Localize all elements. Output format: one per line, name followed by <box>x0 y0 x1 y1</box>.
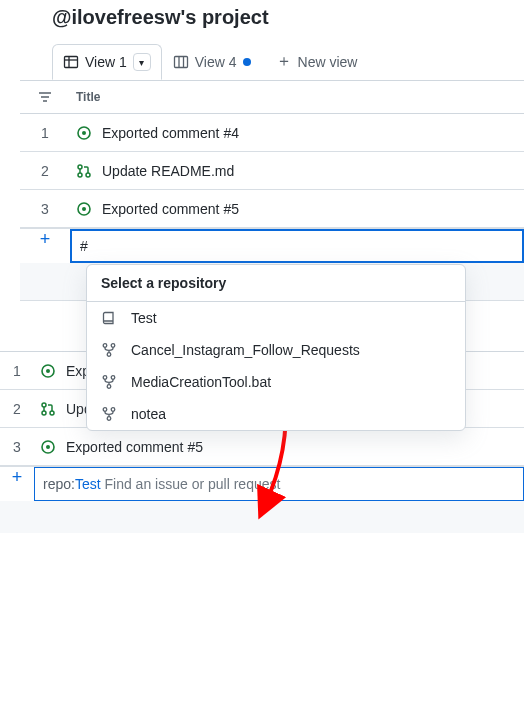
tab-view-4[interactable]: View 4 <box>162 45 262 79</box>
board-icon <box>173 54 189 70</box>
svg-point-22 <box>103 408 107 412</box>
svg-rect-3 <box>174 56 187 67</box>
new-view-label: New view <box>298 54 358 70</box>
svg-point-28 <box>42 411 46 415</box>
view-tabs: View 1 ▾ View 4 ＋ New view <box>20 43 524 81</box>
tab-view-1[interactable]: View 1 ▾ <box>52 44 162 80</box>
svg-point-26 <box>46 369 50 373</box>
unsaved-dot-icon <box>243 58 251 66</box>
table-row[interactable]: 2 Update README.md <box>20 152 524 190</box>
empty-row <box>0 501 524 533</box>
filter-chip: repo:Test <box>43 476 101 492</box>
row-number: 2 <box>20 163 70 179</box>
svg-point-24 <box>107 417 111 421</box>
svg-point-11 <box>78 165 82 169</box>
tab-label: View 1 <box>85 54 127 70</box>
repo-icon <box>101 310 117 326</box>
pull-request-icon <box>76 163 92 179</box>
row-number: 1 <box>20 125 70 141</box>
row-title: Update README.md <box>102 163 234 179</box>
issue-open-icon <box>40 439 56 455</box>
svg-point-15 <box>82 207 86 211</box>
row-number: 3 <box>0 439 34 455</box>
svg-point-16 <box>103 344 107 348</box>
svg-point-13 <box>86 173 90 177</box>
column-title[interactable]: Title <box>70 82 524 112</box>
dropdown-header: Select a repository <box>87 265 465 302</box>
svg-point-27 <box>42 403 46 407</box>
svg-point-21 <box>107 385 111 389</box>
row-number: 1 <box>0 363 34 379</box>
plus-icon: ＋ <box>276 51 292 72</box>
project-title: @ilovefreesw's project <box>20 0 524 43</box>
svg-rect-0 <box>65 57 78 68</box>
fork-icon <box>101 406 117 422</box>
repo-option[interactable]: Test <box>87 302 465 334</box>
tab-menu-button[interactable]: ▾ <box>133 53 151 71</box>
fork-icon <box>101 374 117 390</box>
repo-label: Cancel_Instagram_Follow_Requests <box>131 342 360 358</box>
svg-point-19 <box>103 376 107 380</box>
add-item-button[interactable]: + <box>20 229 70 263</box>
pull-request-icon <box>40 401 56 417</box>
issue-open-icon <box>76 201 92 217</box>
filter-button[interactable] <box>20 81 70 113</box>
repo-option[interactable]: Cancel_Instagram_Follow_Requests <box>87 334 465 366</box>
svg-point-12 <box>78 173 82 177</box>
filter-icon <box>37 89 53 105</box>
row-title: Exported comment #4 <box>102 125 239 141</box>
svg-point-18 <box>107 353 111 357</box>
fork-icon <box>101 342 117 358</box>
add-item-input[interactable]: repo:Test Find an issue or pull request <box>34 467 524 501</box>
repo-dropdown: Select a repository Test Cancel_Instagra… <box>86 264 466 431</box>
issue-open-icon <box>40 363 56 379</box>
issue-open-icon <box>76 125 92 141</box>
svg-point-29 <box>50 411 54 415</box>
repo-label: Test <box>131 310 157 326</box>
repo-option[interactable]: MediaCreationTool.bat <box>87 366 465 398</box>
repo-label: notea <box>131 406 166 422</box>
table-row[interactable]: 3 Exported comment #5 <box>0 428 524 466</box>
row-title: Exported comment #5 <box>102 201 239 217</box>
svg-point-10 <box>82 131 86 135</box>
add-item-button[interactable]: + <box>0 467 34 501</box>
svg-point-17 <box>111 344 115 348</box>
svg-point-20 <box>111 376 115 380</box>
repo-label: MediaCreationTool.bat <box>131 374 271 390</box>
svg-point-31 <box>46 445 50 449</box>
svg-point-23 <box>111 408 115 412</box>
row-number: 2 <box>0 401 34 417</box>
add-item-input[interactable]: # <box>70 229 524 263</box>
add-item-row: + repo:Test Find an issue or pull reques… <box>0 466 524 501</box>
input-placeholder: Find an issue or pull request <box>105 476 281 492</box>
new-view-button[interactable]: ＋ New view <box>262 43 372 80</box>
table-header: Title <box>20 81 524 114</box>
input-value: # <box>80 238 88 254</box>
row-number: 3 <box>20 201 70 217</box>
repo-option[interactable]: notea <box>87 398 465 430</box>
add-item-row: + # <box>20 228 524 263</box>
row-title: Exported comment #5 <box>66 439 203 455</box>
table-row[interactable]: 3 Exported comment #5 <box>20 190 524 228</box>
tab-label: View 4 <box>195 54 237 70</box>
table-row[interactable]: 1 Exported comment #4 <box>20 114 524 152</box>
table-icon <box>63 54 79 70</box>
